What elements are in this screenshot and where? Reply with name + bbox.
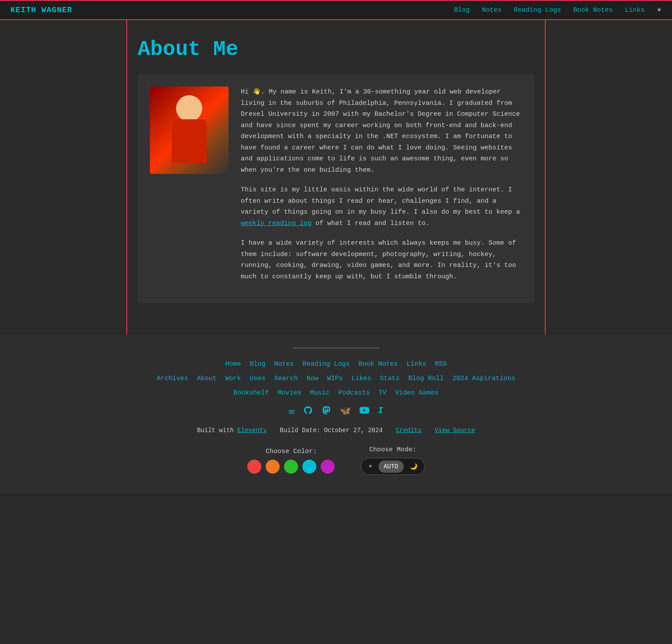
mastodon-icon[interactable] bbox=[322, 405, 331, 418]
color-swatch-green[interactable] bbox=[284, 460, 298, 474]
profile-photo bbox=[150, 87, 229, 174]
footer-nav-row-2: Archives About Work Uses Search Now WIPs… bbox=[9, 375, 663, 382]
color-swatch-red[interactable] bbox=[247, 460, 261, 474]
footer-nav-row-3: Bookshelf Movies Music Podcasts TV Video… bbox=[9, 389, 663, 397]
footer-link-stats[interactable]: Stats bbox=[380, 375, 400, 382]
footer-link-likes[interactable]: Likes bbox=[352, 375, 371, 382]
footer-link-2024-aspirations[interactable]: 2024 Aspirations bbox=[453, 375, 516, 382]
mode-light-button[interactable]: ☀ bbox=[363, 460, 377, 473]
footer-link-movies[interactable]: Movies bbox=[277, 389, 301, 397]
footer-link-about[interactable]: About bbox=[197, 375, 216, 382]
mode-toggle: ☀ AUTO 🌙 bbox=[361, 458, 424, 475]
youtube-icon[interactable] bbox=[360, 405, 369, 418]
literal-icon[interactable]: I bbox=[378, 405, 383, 418]
footer-link-tv[interactable]: TV bbox=[379, 389, 387, 397]
footer-link-home[interactable]: Home bbox=[225, 360, 241, 368]
nav-reading-logs[interactable]: Reading Logs bbox=[514, 7, 561, 14]
footer-link-uses[interactable]: Uses bbox=[249, 375, 265, 382]
view-source-link[interactable]: View Source bbox=[435, 427, 475, 434]
footer-link-now[interactable]: Now bbox=[306, 375, 318, 382]
bio-para2-pre: This site is my little oasis within the … bbox=[241, 186, 520, 216]
weekly-reading-log-link[interactable]: weekly reading log bbox=[241, 220, 312, 227]
color-chooser: Choose Color: bbox=[247, 448, 335, 474]
footer-link-video-games[interactable]: Video Games bbox=[395, 389, 439, 397]
main-content: About Me Hi 👋. My name is Keith, I'm a 3… bbox=[126, 20, 546, 335]
choose-mode-label: Choose Mode: bbox=[369, 446, 416, 454]
main-nav: Blog Notes Reading Logs Book Notes Links… bbox=[454, 5, 662, 15]
color-swatch-orange[interactable] bbox=[266, 460, 280, 474]
built-with-text: Built with Eleventy bbox=[197, 427, 267, 434]
credits-link[interactable]: Credits bbox=[396, 427, 422, 434]
footer-link-bookshelf[interactable]: Bookshelf bbox=[233, 389, 269, 397]
footer-link-rss[interactable]: RSS bbox=[435, 360, 447, 368]
footer-link-notes[interactable]: Notes bbox=[274, 360, 294, 368]
choose-color-label: Choose Color: bbox=[266, 448, 317, 455]
footer-link-reading-logs[interactable]: Reading Logs bbox=[302, 360, 350, 368]
footer-social-icons: ✉ 🦋 I bbox=[9, 405, 663, 418]
eleventy-link[interactable]: Eleventy bbox=[237, 427, 267, 434]
build-date: Build Date: October 27, 2024 bbox=[280, 427, 383, 434]
color-swatches bbox=[247, 460, 335, 474]
footer-divider bbox=[292, 348, 380, 348]
footer-meta: Built with Eleventy Build Date: October … bbox=[9, 427, 663, 434]
nav-notes[interactable]: Notes bbox=[482, 7, 502, 14]
about-card: Hi 👋. My name is Keith, I'm a 30-somethi… bbox=[138, 74, 534, 303]
theme-toggle-icon[interactable]: ☀ bbox=[657, 5, 662, 15]
site-logo[interactable]: KEITH WAGNER bbox=[10, 6, 73, 14]
github-icon[interactable] bbox=[303, 405, 313, 418]
about-text: Hi 👋. My name is Keith, I'm a 30-somethi… bbox=[241, 87, 522, 291]
footer-link-podcasts[interactable]: Podcasts bbox=[338, 389, 370, 397]
footer-link-blog-roll[interactable]: Blog Roll bbox=[409, 375, 444, 382]
site-header: KEITH WAGNER Blog Notes Reading Logs Boo… bbox=[0, 0, 672, 20]
footer-link-work[interactable]: Work bbox=[225, 375, 241, 382]
footer-customize: Choose Color: Choose Mode: ☀ AUTO 🌙 bbox=[9, 446, 663, 475]
footer-nav-row-1: Home Blog Notes Reading Logs Book Notes … bbox=[9, 360, 663, 368]
email-icon[interactable]: ✉ bbox=[289, 405, 294, 418]
mode-dark-button[interactable]: 🌙 bbox=[405, 460, 423, 473]
footer-link-book-notes[interactable]: Book Notes bbox=[359, 360, 398, 368]
footer-link-wips[interactable]: WIPs bbox=[327, 375, 343, 382]
nav-blog[interactable]: Blog bbox=[454, 7, 470, 14]
footer-link-links[interactable]: Links bbox=[407, 360, 426, 368]
footer-link-search[interactable]: Search bbox=[274, 375, 298, 382]
nav-links[interactable]: Links bbox=[625, 7, 644, 14]
bio-paragraph-3: I have a wide variety of interests which… bbox=[241, 238, 522, 282]
footer-link-music[interactable]: Music bbox=[310, 389, 329, 397]
bio-paragraph-1: Hi 👋. My name is Keith, I'm a 30-somethi… bbox=[241, 87, 522, 176]
mode-auto-button[interactable]: AUTO bbox=[378, 460, 404, 473]
color-swatch-blue[interactable] bbox=[302, 460, 316, 474]
footer-link-blog[interactable]: Blog bbox=[249, 360, 265, 368]
color-swatch-purple[interactable] bbox=[321, 460, 335, 474]
nav-book-notes[interactable]: Book Notes bbox=[573, 7, 613, 14]
bio-para2-post: of what I read and listen to. bbox=[312, 220, 430, 227]
bluesky-icon[interactable]: 🦋 bbox=[340, 405, 351, 418]
page-title: About Me bbox=[138, 38, 534, 61]
mode-chooser: Choose Mode: ☀ AUTO 🌙 bbox=[361, 446, 424, 475]
footer-link-archives[interactable]: Archives bbox=[156, 375, 188, 382]
site-footer: Home Blog Notes Reading Logs Book Notes … bbox=[0, 335, 672, 492]
bio-paragraph-2: This site is my little oasis within the … bbox=[241, 184, 522, 229]
